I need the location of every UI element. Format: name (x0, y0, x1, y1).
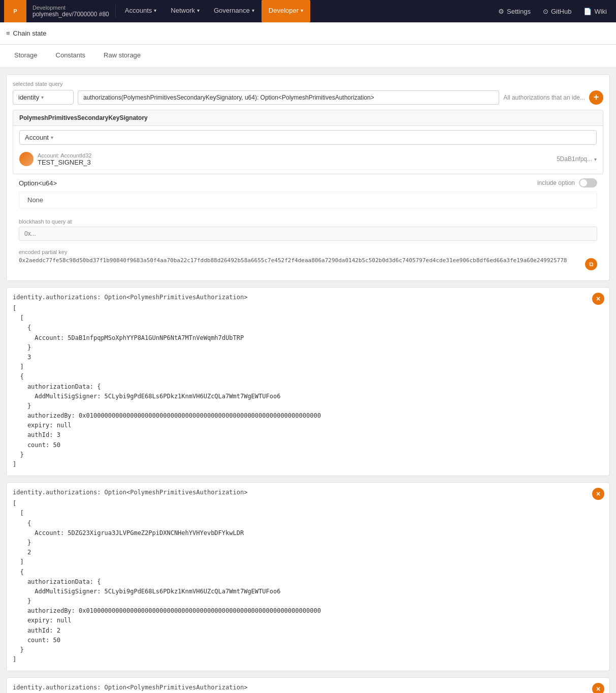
signatory-type-value: Account (25, 134, 49, 141)
result-panel: identity.authorizations: Option<Polymesh… (6, 482, 610, 671)
result-header: identity.authorizations: Option<Polymesh… (13, 294, 603, 301)
result-panels-container: identity.authorizations: Option<Polymesh… (6, 287, 610, 693)
account-addr[interactable]: 5DaB1nfpq... ▾ (557, 155, 597, 163)
nav-brand-title: Development (33, 5, 66, 11)
signatory-type-select[interactable]: Account ▾ (19, 130, 597, 145)
main-content: selected state query identity ▾ authoriz… (0, 68, 616, 693)
settings-button[interactable]: ⚙ Settings (493, 6, 536, 17)
blockhash-label: blockhash to query at (19, 218, 597, 225)
close-result-button[interactable]: × (592, 683, 604, 693)
copy-button[interactable]: ⧉ (585, 258, 597, 270)
blockhash-input[interactable] (19, 227, 597, 241)
breadcrumb-label: Chain state (13, 29, 47, 37)
option-row: Option<u64> include option (13, 174, 603, 192)
signatory-panel: PolymeshPrimitivesSecondaryKeySignatory … (13, 110, 603, 174)
result-panel: identity.authorizations: Option<Polymesh… (6, 287, 610, 476)
avatar (19, 152, 34, 166)
module-select[interactable]: identity ▾ (13, 90, 74, 105)
tabs-bar: Storage Constants Raw storage (0, 45, 616, 68)
nav-governance[interactable]: Governance ▾ (207, 0, 262, 22)
include-option-toggle[interactable] (579, 178, 597, 187)
nav-developer[interactable]: Developer ▾ (262, 0, 310, 22)
module-value: identity (18, 93, 39, 101)
close-result-button[interactable]: × (592, 488, 604, 500)
encoded-value: 0x2aeddc77fe58c98d50bd37f1b90840f9683a50… (19, 257, 581, 264)
developer-chevron-icon: ▾ (301, 8, 303, 13)
hint-text: All authorizations that an ide... (503, 94, 585, 101)
result-header: identity.authorizations: Option<Polymesh… (13, 489, 603, 496)
breadcrumb-bar: ≡ Chain state (0, 22, 616, 45)
tab-storage[interactable]: Storage (6, 44, 46, 68)
toggle-thumb (580, 179, 587, 186)
encoded-label: encoded partial key (19, 249, 597, 255)
close-result-button[interactable]: × (592, 293, 604, 305)
nav-network[interactable]: Network ▾ (164, 0, 207, 22)
account-row: Account: AccountId32 TEST_SIGNER_3 5DaB1… (19, 149, 597, 170)
governance-chevron-icon: ▾ (252, 8, 254, 13)
result-body: [ [ { Account: 5DZG23Xigrua3JLVPGmeZ2Ppi… (13, 499, 603, 665)
account-name-value: TEST_SIGNER_3 (38, 159, 553, 166)
signatory-body: Account ▾ Account: AccountId32 TEST_SIGN… (13, 126, 603, 174)
accounts-chevron-icon: ▾ (154, 8, 156, 13)
github-button[interactable]: ⊙ GitHub (538, 6, 576, 17)
module-chevron-icon: ▾ (41, 94, 44, 100)
github-icon: ⊙ (543, 8, 548, 15)
settings-icon: ⚙ (498, 8, 504, 15)
nav-brand-sub: polymesh_dev/7000000 #80 (33, 11, 109, 18)
addr-chevron-icon: ▾ (594, 156, 597, 162)
menu-icon: ≡ (6, 29, 10, 37)
result-body: [ [ { Account: 5DaB1nfpqpMSoXphYYP8A1GUn… (13, 304, 603, 469)
navbar: P Development polymesh_dev/7000000 #80 A… (0, 0, 616, 22)
tab-storage-label: Storage (14, 51, 38, 59)
blockhash-panel: blockhash to query at (13, 214, 603, 245)
signatory-type-chevron-icon: ▾ (51, 135, 53, 140)
option-label: Option<u64> (19, 179, 533, 187)
encoded-panel: encoded partial key 0x2aeddc77fe58c98d50… (13, 245, 603, 274)
result-header: identity.authorizations: Option<Polymesh… (13, 684, 603, 691)
logo: P (4, 0, 26, 22)
wiki-button[interactable]: 📄 Wiki (578, 6, 612, 17)
nav-brand: Development polymesh_dev/7000000 #80 (26, 5, 116, 18)
query-row: identity ▾ authorizations(PolymeshPrimit… (13, 90, 603, 105)
include-option-label: include option (537, 179, 575, 186)
tab-constants-label: Constants (56, 51, 86, 59)
none-label: None (27, 196, 43, 204)
account-label: Account: AccountId32 (38, 152, 553, 159)
query-panel: selected state query identity ▾ authoriz… (6, 74, 610, 281)
signatory-header: PolymeshPrimitivesSecondaryKeySignatory (13, 110, 603, 126)
nav-right: ⚙ Settings ⊙ GitHub 📄 Wiki (493, 6, 612, 17)
network-chevron-icon: ▾ (197, 8, 200, 13)
tab-constants[interactable]: Constants (48, 44, 94, 68)
nav-accounts[interactable]: Accounts ▾ (118, 0, 164, 22)
query-label: selected state query (13, 81, 603, 87)
result-panel: identity.authorizations: Option<Polymesh… (6, 677, 610, 693)
account-info: Account: AccountId32 TEST_SIGNER_3 (38, 152, 553, 166)
tab-raw-storage-label: Raw storage (104, 51, 141, 59)
encoded-value-row: 0x2aeddc77fe58c98d50bd37f1b90840f9683a50… (19, 257, 597, 270)
wiki-icon: 📄 (583, 8, 592, 15)
method-value: authorizations(PolymeshPrimitivesSeconda… (83, 94, 374, 101)
method-select[interactable]: authorizations(PolymeshPrimitivesSeconda… (78, 90, 499, 105)
tab-raw-storage[interactable]: Raw storage (95, 44, 149, 68)
none-panel: None (19, 192, 597, 208)
add-button[interactable]: + (589, 90, 603, 105)
